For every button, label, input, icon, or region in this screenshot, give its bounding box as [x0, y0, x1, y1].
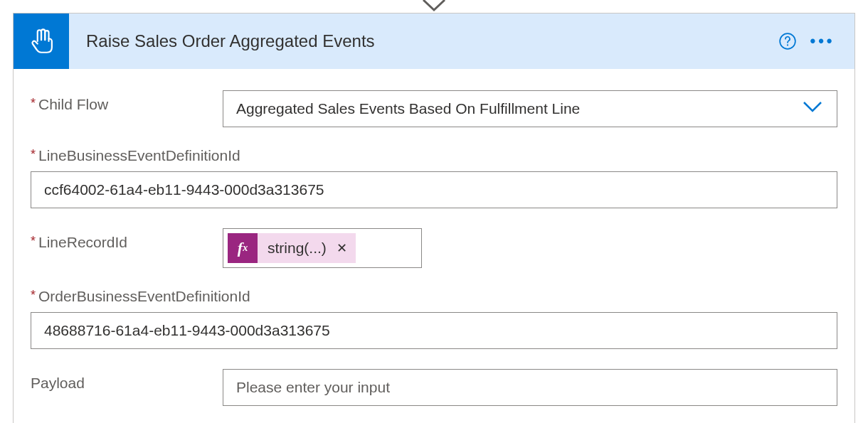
- child-flow-select[interactable]: Aggregated Sales Events Based On Fulfill…: [223, 90, 837, 127]
- line-def-id-label: LineBusinessEventDefinitionId: [31, 147, 837, 164]
- line-record-id-label: LineRecordId: [31, 228, 223, 251]
- chevron-down-icon: [803, 100, 822, 117]
- order-def-id-value: 48688716-61a4-eb11-9443-000d3a313675: [44, 322, 330, 339]
- line-def-id-input[interactable]: ccf64002-61a4-eb11-9443-000d3a313675: [31, 171, 837, 208]
- expression-text: string(...): [268, 240, 327, 257]
- card-title: Raise Sales Order Aggregated Events: [69, 31, 775, 51]
- action-icon: [14, 14, 69, 69]
- line-record-id-input[interactable]: fx string(...) ✕: [223, 228, 422, 268]
- card-header[interactable]: Raise Sales Order Aggregated Events •••: [14, 14, 854, 69]
- payload-placeholder: Please enter your input: [236, 379, 390, 396]
- svg-point-1: [787, 44, 788, 45]
- order-def-id-input[interactable]: 48688716-61a4-eb11-9443-000d3a313675: [31, 312, 837, 349]
- order-def-id-label: OrderBusinessEventDefinitionId: [31, 288, 837, 305]
- child-flow-value: Aggregated Sales Events Based On Fulfill…: [236, 100, 580, 117]
- payload-input[interactable]: Please enter your input: [223, 369, 837, 406]
- remove-token-button[interactable]: ✕: [337, 240, 347, 256]
- flow-arrow-down: [422, 0, 446, 13]
- help-button[interactable]: [775, 28, 800, 54]
- line-def-id-value: ccf64002-61a4-eb11-9443-000d3a313675: [44, 181, 324, 198]
- more-menu-button[interactable]: •••: [803, 28, 842, 54]
- child-flow-label: Child Flow: [31, 90, 223, 113]
- expression-token[interactable]: fx string(...) ✕: [228, 233, 356, 263]
- action-card: Raise Sales Order Aggregated Events ••• …: [13, 13, 855, 423]
- fx-icon: fx: [228, 233, 258, 263]
- payload-label: Payload: [31, 369, 223, 392]
